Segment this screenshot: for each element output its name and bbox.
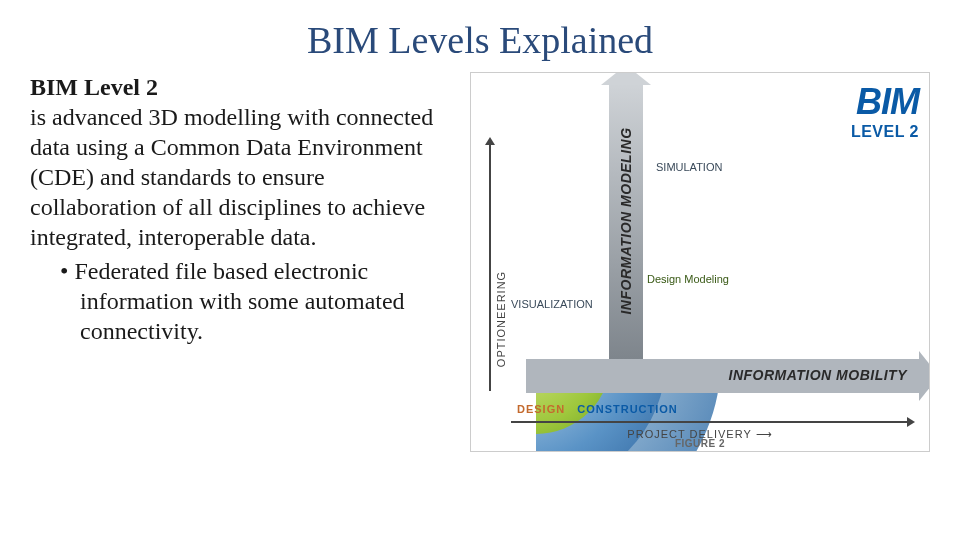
y-axis-label: OPTIONEERING <box>495 249 507 389</box>
body-text: is advanced 3D modelling with connected … <box>30 104 433 250</box>
diagram: BIM LEVEL 2 INFORMATION MODELING INFORMA… <box>470 72 930 452</box>
badge-bim: BIM <box>851 81 919 123</box>
info-mobility-arrow: INFORMATION MOBILITY <box>526 359 921 393</box>
label-analytical: Analytical Modeling <box>751 203 846 215</box>
x-axis <box>511 421 909 423</box>
bim-badge: BIM LEVEL 2 <box>851 81 919 141</box>
figure-caption: FIGURE 2 <box>471 438 929 449</box>
text-column: BIM Level 2 is advanced 3D modelling wit… <box>30 72 450 452</box>
label-visualization: VISUALIZATION <box>511 298 593 310</box>
phase-construction: CONSTRUCTION <box>571 401 684 417</box>
info-mobility-label: INFORMATION MOBILITY <box>729 367 908 383</box>
label-construction-modeling: Construction Modeling <box>761 268 870 280</box>
info-modeling-arrow: INFORMATION MODELING <box>609 83 643 359</box>
bullet-item: Federated file based electronic informat… <box>30 256 450 346</box>
phase-design: DESIGN <box>511 401 571 417</box>
content-row: BIM Level 2 is advanced 3D modelling wit… <box>0 72 960 452</box>
slide-title: BIM Levels Explained <box>0 0 960 72</box>
info-modeling-label: INFORMATION MODELING <box>618 127 634 314</box>
badge-level: LEVEL 2 <box>851 123 919 141</box>
y-axis: OPTIONEERING <box>479 143 503 391</box>
label-design-modeling: Design Modeling <box>647 273 729 285</box>
label-simulation: SIMULATION <box>656 161 722 173</box>
subheading: BIM Level 2 <box>30 74 158 100</box>
phase-bar: DESIGN CONSTRUCTION <box>511 401 909 417</box>
